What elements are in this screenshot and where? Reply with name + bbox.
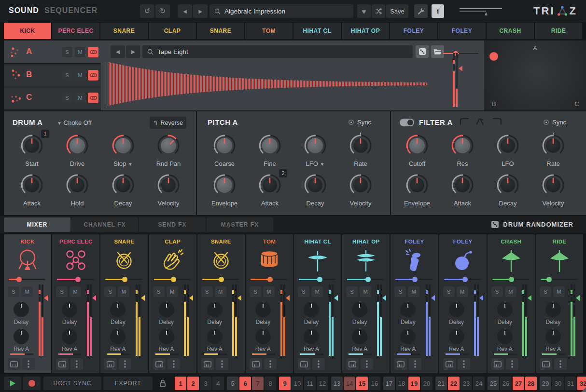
step-cell-21[interactable]: 21	[435, 377, 447, 390]
layer-solo-button[interactable]: S	[62, 70, 72, 81]
knob-pitch-rate[interactable]: Rate	[342, 133, 379, 167]
channel-delay-knob[interactable]	[207, 302, 223, 317]
mixer-channel-ride[interactable]: RIDE S M Delay Rev A	[536, 234, 583, 373]
channel-volume-slider[interactable]	[541, 277, 577, 282]
channel-mute-button[interactable]: M	[263, 286, 275, 297]
layer-mute-button[interactable]: M	[75, 93, 85, 103]
channel-solo-button[interactable]: S	[250, 286, 261, 297]
drum-tab-hihat-op[interactable]: HIHAT OP	[342, 23, 389, 39]
step-cell-3[interactable]: 3	[200, 377, 211, 390]
host-sync-button[interactable]: HOST SYNC	[43, 377, 101, 390]
channel-keyboard-button[interactable]	[346, 358, 359, 370]
channel-keyboard-button[interactable]	[201, 358, 214, 370]
knob-pitch-fine[interactable]: Fine	[251, 133, 288, 167]
mixer-channel-snare[interactable]: SNARE S M Delay Rev A	[197, 234, 245, 373]
channel-delay-knob[interactable]	[545, 302, 561, 317]
filter-enable-toggle[interactable]	[400, 119, 414, 126]
step-cell-2[interactable]: 2	[187, 377, 199, 390]
drum-tab-foley[interactable]: FOLEY	[438, 23, 486, 39]
preset-search-input[interactable]: Algebraic Impression	[209, 4, 353, 18]
step-cell-10[interactable]: 10	[292, 377, 303, 390]
knob-filter-cutoff[interactable]: Cutoff	[399, 133, 435, 167]
channel-level-meter[interactable]	[135, 284, 146, 356]
step-cell-27[interactable]: 27	[513, 377, 524, 390]
channel-keyboard-button[interactable]	[56, 358, 69, 370]
step-cell-9[interactable]: 9	[279, 377, 291, 390]
step-cell-16[interactable]: 16	[369, 377, 380, 390]
channel-menu-button[interactable]	[119, 358, 131, 370]
step-cell-18[interactable]: 18	[396, 377, 407, 390]
favorite-button[interactable]: ♥	[357, 4, 371, 18]
channel-menu-button[interactable]	[506, 358, 518, 370]
channel-solo-button[interactable]: S	[540, 286, 551, 297]
channel-keyboard-button[interactable]	[8, 358, 20, 370]
next-preset-button[interactable]: ▶	[193, 4, 208, 18]
channel-volume-slider[interactable]	[105, 277, 142, 282]
layer-row-b[interactable]: B S M	[4, 64, 101, 87]
info-button[interactable]: i	[432, 4, 444, 18]
channel-volume-slider[interactable]	[57, 277, 94, 282]
step-cell-29[interactable]: 29	[540, 377, 551, 390]
channel-menu-button[interactable]	[361, 358, 373, 370]
mixer-channel-clap[interactable]: CLAP S M Delay Rev A	[149, 234, 196, 373]
export-button[interactable]: EXPORT	[103, 377, 153, 390]
channel-keyboard-button[interactable]	[104, 358, 117, 370]
channel-level-meter[interactable]	[86, 284, 98, 356]
channel-volume-slider[interactable]	[154, 277, 191, 282]
channel-keyboard-button[interactable]	[491, 358, 504, 370]
mixer-channel-kick[interactable]: KICK S M Delay Rev A	[4, 234, 51, 373]
channel-mute-button[interactable]: M	[553, 286, 565, 297]
channel-reverb-knob[interactable]	[255, 329, 271, 344]
channel-solo-button[interactable]: S	[443, 286, 455, 297]
knob-pitch-decay[interactable]: Decay	[297, 172, 334, 207]
channel-level-meter[interactable]	[183, 284, 195, 356]
next-sample-button[interactable]: ▶	[126, 45, 140, 58]
channel-solo-button[interactable]: S	[346, 286, 358, 297]
knob-drum-attack[interactable]: Attack	[14, 172, 50, 207]
channel-level-meter[interactable]	[231, 284, 243, 356]
random-preset-button[interactable]	[372, 4, 385, 18]
knob-filter-lfo[interactable]: LFO	[489, 133, 526, 167]
step-cell-22[interactable]: 22	[448, 377, 460, 390]
knob-pitch-attack[interactable]: 2Attack	[251, 172, 288, 207]
drum-randomizer-button[interactable]: DRUM RANDOMIZER	[491, 220, 573, 229]
channel-menu-button[interactable]	[70, 358, 83, 370]
drum-tab-snare[interactable]: SNARE	[100, 23, 148, 39]
channel-delay-knob[interactable]	[449, 302, 464, 317]
browse-sample-button[interactable]	[431, 45, 444, 58]
channel-reverb-knob[interactable]	[110, 329, 126, 344]
knob-drum-velocity[interactable]: Velocity	[150, 172, 187, 207]
highpass-filter-icon[interactable]	[459, 117, 470, 126]
step-cell-15[interactable]: 15	[356, 377, 368, 390]
knob-filter-velocity[interactable]: Velocity	[535, 172, 572, 207]
channel-delay-knob[interactable]	[14, 302, 29, 317]
channel-keyboard-button[interactable]	[443, 358, 456, 370]
knob-filter-attack[interactable]: Attack	[444, 172, 481, 207]
channel-reverb-knob[interactable]	[449, 329, 464, 344]
channel-level-meter[interactable]	[473, 284, 485, 356]
channel-delay-knob[interactable]	[62, 302, 77, 317]
layer-link-button[interactable]	[88, 93, 98, 103]
master-volume-slider[interactable]	[460, 6, 503, 18]
channel-solo-button[interactable]: S	[104, 286, 116, 297]
drum-tab-hihat-cl[interactable]: HIHAT CL	[293, 23, 341, 39]
step-cell-11[interactable]: 11	[304, 377, 316, 390]
channel-reverb-knob[interactable]	[400, 329, 416, 344]
play-button[interactable]	[4, 377, 21, 390]
save-button[interactable]: Save	[386, 4, 408, 18]
channel-solo-button[interactable]: S	[201, 286, 213, 297]
random-sample-button[interactable]	[416, 45, 429, 58]
channel-mute-button[interactable]: M	[408, 286, 419, 297]
channel-reverb-knob[interactable]	[497, 329, 513, 344]
mixer-channel-crash[interactable]: CRASH S M Delay Rev A	[488, 234, 535, 373]
mixer-channel-foley[interactable]: FOLEY S M Delay Rev A	[439, 234, 487, 373]
mixer-channel-hihat-cl[interactable]: HIHAT CL S M Delay Rev A	[294, 234, 341, 373]
channel-solo-button[interactable]: S	[56, 286, 68, 297]
channel-reverb-knob[interactable]	[14, 329, 29, 344]
drum-tab-clap[interactable]: CLAP	[149, 23, 196, 39]
layer-link-button[interactable]	[88, 70, 98, 81]
channel-reverb-knob[interactable]	[62, 329, 77, 344]
channel-keyboard-button[interactable]	[250, 358, 262, 370]
channel-delay-knob[interactable]	[352, 302, 367, 317]
channel-reverb-knob[interactable]	[207, 329, 223, 344]
